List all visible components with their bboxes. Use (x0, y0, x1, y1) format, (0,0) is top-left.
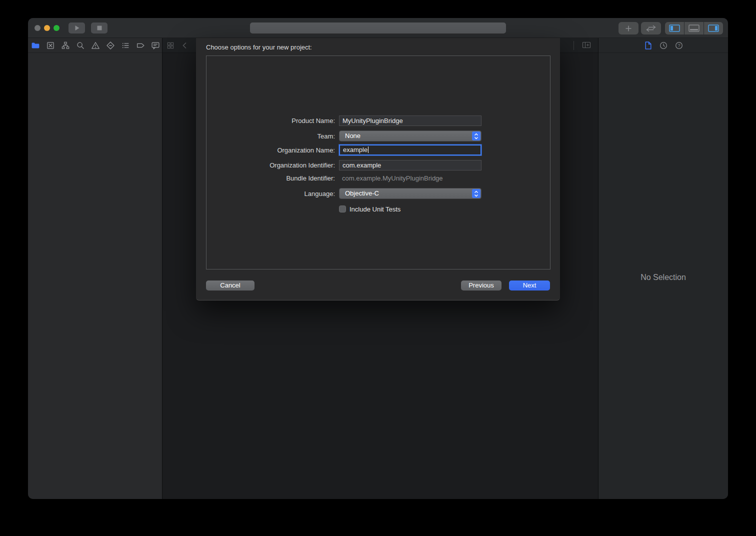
cancel-button[interactable]: Cancel (206, 280, 254, 290)
tab-debug-navigator[interactable] (121, 41, 130, 50)
product-name-field[interactable]: MyUnityPluginBridge (339, 116, 482, 126)
window-controls (34, 25, 60, 31)
editor-swap-arrows-icon (646, 25, 656, 32)
toggle-debug-panel-button[interactable] (684, 22, 704, 34)
toggle-navigator-panel-button[interactable] (665, 22, 684, 34)
symbol-navigator-icon (61, 41, 70, 50)
next-button[interactable]: Next (509, 280, 550, 290)
minimize-window-button[interactable] (44, 25, 50, 31)
organization-identifier-value: com.example (342, 162, 381, 169)
tab-symbol-navigator[interactable] (61, 41, 70, 50)
report-navigator-icon (151, 41, 160, 50)
dialog-title: Choose options for your new project: (206, 44, 312, 51)
navigator-panel (28, 38, 162, 499)
navigator-tab-bar (28, 38, 162, 53)
inspector-panel: ? No Selection (598, 38, 728, 499)
organization-name-value: example (343, 146, 368, 154)
editor-bar-divider (574, 41, 574, 50)
language-label: Language: (196, 190, 335, 198)
stop-square-icon (96, 25, 102, 31)
team-selected-value: None (345, 132, 360, 140)
toggle-inspector-panel-button[interactable] (704, 22, 723, 34)
new-project-options-dialog: Choose options for your new project: Pro… (196, 38, 560, 300)
product-name-value: MyUnityPluginBridge (342, 117, 403, 124)
add-editor-icon[interactable] (582, 41, 591, 49)
tab-project-navigator[interactable] (31, 41, 40, 50)
tab-issue-navigator[interactable] (91, 41, 100, 50)
include-unit-tests-label: Include Unit Tests (350, 206, 400, 213)
team-dropdown[interactable]: None (339, 130, 482, 142)
breakpoint-navigator-icon (136, 41, 145, 50)
source-control-navigator-icon (46, 41, 55, 50)
project-navigator-folder-icon (31, 41, 40, 50)
tab-report-navigator[interactable] (151, 41, 160, 50)
bundle-identifier-value: com.example.MyUnityPluginBridge (339, 174, 443, 182)
test-navigator-icon (106, 41, 115, 50)
toggle-right-panel-icon (708, 24, 719, 32)
language-dropdown[interactable]: Objective-C (339, 188, 482, 199)
main-area: ? No Selection Choose options for your n… (28, 38, 728, 499)
organization-name-field[interactable]: example (339, 144, 482, 156)
xcode-window: ? No Selection Choose options for your n… (28, 18, 728, 499)
inspector-tab-bar: ? (598, 38, 728, 53)
text-cursor (368, 146, 368, 153)
library-button[interactable] (618, 22, 638, 34)
tab-test-navigator[interactable] (106, 41, 115, 50)
run-play-icon (74, 24, 80, 32)
panel-toggle-group (665, 22, 723, 34)
previous-button[interactable]: Previous (461, 280, 502, 290)
team-label: Team: (196, 132, 335, 140)
zoom-window-button[interactable] (54, 25, 60, 31)
find-navigator-icon (76, 41, 85, 50)
toggle-left-panel-icon (669, 24, 680, 32)
close-window-button[interactable] (34, 25, 40, 31)
language-selected-value: Objective-C (345, 190, 379, 197)
no-selection-message: No Selection (598, 273, 728, 282)
organization-identifier-label: Organization Identifier: (196, 162, 335, 169)
related-items-grid-icon[interactable] (166, 42, 174, 50)
bundle-identifier-label: Bundle Identifier: (196, 174, 335, 182)
product-name-label: Product Name: (196, 117, 335, 124)
window-titlebar (28, 18, 728, 38)
tab-source-control-navigator[interactable] (46, 41, 55, 50)
file-inspector-icon[interactable] (644, 41, 652, 50)
quick-help-inspector-icon[interactable]: ? (674, 41, 684, 50)
svg-text:?: ? (678, 43, 680, 48)
issue-navigator-icon (91, 41, 100, 50)
run-button[interactable] (68, 22, 85, 34)
organization-identifier-field[interactable]: com.example (339, 160, 482, 170)
stop-button[interactable] (91, 22, 108, 34)
back-chevron-icon[interactable] (182, 42, 188, 50)
debug-navigator-icon (121, 41, 130, 50)
history-inspector-icon[interactable] (659, 41, 668, 50)
toggle-bottom-panel-icon (688, 24, 700, 32)
activity-viewer (250, 22, 506, 34)
dropdown-stepper-icon (472, 189, 480, 198)
organization-name-label: Organization Name: (196, 146, 335, 154)
tab-find-navigator[interactable] (76, 41, 85, 50)
tab-breakpoint-navigator[interactable] (136, 41, 145, 50)
include-unit-tests-checkbox[interactable] (339, 206, 346, 212)
show-editor-button[interactable] (641, 22, 661, 34)
library-plus-icon (624, 24, 632, 32)
dropdown-stepper-icon (472, 132, 480, 140)
